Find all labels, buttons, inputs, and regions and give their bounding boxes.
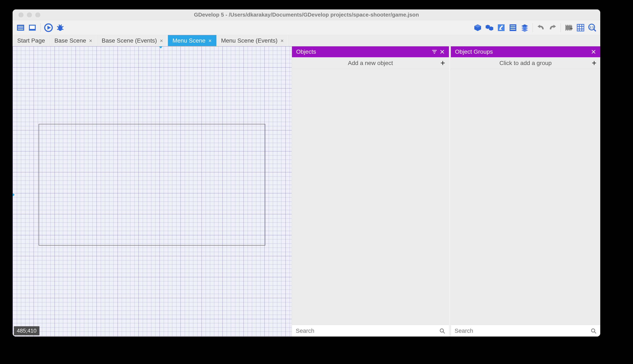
svg-rect-3 (18, 29, 23, 30)
svg-point-54 (440, 329, 444, 332)
filmstrip-icon (565, 24, 573, 32)
zoom-out-button[interactable] (564, 23, 574, 33)
cube-icon (473, 24, 482, 32)
close-icon (440, 49, 445, 54)
scene-frame (39, 124, 265, 246)
objects-search-input[interactable] (296, 328, 439, 334)
svg-rect-36 (565, 30, 566, 30)
svg-line-13 (59, 24, 60, 26)
svg-line-55 (443, 332, 445, 334)
tab-label: Start Page (17, 37, 45, 44)
undo-button[interactable] (536, 23, 546, 33)
export-button[interactable] (27, 23, 37, 33)
tab-close-button[interactable]: × (160, 38, 163, 44)
titlebar: GDevelop 5 - /Users/dkarakay/Documents/G… (13, 10, 600, 20)
objects-panel-close-button[interactable] (440, 49, 445, 54)
tab-close-button[interactable]: × (208, 38, 212, 44)
layers-button[interactable] (520, 23, 530, 33)
tab-menu-scene[interactable]: Menu Scene × (168, 35, 216, 46)
svg-marker-28 (521, 28, 528, 32)
svg-line-10 (62, 26, 63, 28)
groups-list[interactable] (451, 69, 600, 325)
svg-marker-29 (537, 25, 540, 28)
svg-line-59 (594, 332, 596, 334)
properties-button[interactable] (508, 23, 518, 33)
redo-button[interactable] (548, 23, 558, 33)
toggle-grid-button[interactable] (575, 23, 585, 33)
tab-menu-scene-events[interactable]: Menu Scene (Events) × (216, 35, 288, 46)
tab-bar: Start Page Base Scene × Base Scene (Even… (13, 35, 600, 46)
zoom-fit-button[interactable]: 1:1 (587, 23, 597, 33)
window-title: GDevelop 5 - /Users/dkarakay/Documents/G… (13, 12, 600, 18)
groups-panel-close-button[interactable] (591, 49, 596, 54)
debug-button[interactable] (55, 23, 65, 33)
toolbar-separator (40, 23, 41, 32)
svg-marker-30 (553, 25, 556, 28)
add-instance-button[interactable] (484, 23, 494, 33)
svg-line-11 (57, 29, 59, 30)
add-group-row[interactable]: Click to add a group + (451, 57, 600, 69)
groups-search-input[interactable] (455, 328, 591, 334)
svg-rect-37 (567, 30, 568, 30)
play-icon (44, 23, 53, 32)
close-icon (591, 49, 596, 54)
svg-line-47 (594, 29, 596, 31)
svg-rect-25 (510, 29, 515, 30)
redo-icon (548, 24, 557, 32)
search-icon (591, 328, 596, 334)
list-icon (509, 24, 517, 32)
tab-label: Menu Scene (173, 37, 205, 44)
svg-rect-41 (577, 24, 584, 31)
add-object-plus-button[interactable]: + (441, 58, 445, 68)
export-icon (28, 24, 37, 32)
debug-icon (56, 23, 65, 32)
objects-list[interactable] (292, 69, 449, 325)
svg-rect-2 (18, 28, 23, 28)
toolbar-separator (533, 23, 533, 32)
tab-base-scene-events[interactable]: Base Scene (Events) × (97, 35, 168, 46)
tab-label: Base Scene (54, 37, 86, 44)
add-group-plus-button[interactable]: + (592, 58, 596, 68)
minimize-window-button[interactable] (27, 12, 32, 18)
svg-rect-31 (565, 26, 572, 30)
close-window-button[interactable] (19, 12, 24, 18)
svg-point-8 (58, 25, 62, 31)
scene-canvas[interactable]: 485;410 (13, 46, 292, 336)
svg-rect-24 (510, 27, 515, 28)
tab-close-button[interactable]: × (89, 38, 92, 44)
play-button[interactable] (44, 23, 54, 33)
tab-base-scene[interactable]: Base Scene × (50, 35, 97, 46)
add-object-button[interactable] (473, 23, 483, 33)
tab-label: Menu Scene (Events) (221, 37, 277, 44)
objects-filter-button[interactable] (432, 49, 437, 54)
window-traffic-lights (13, 12, 40, 18)
svg-rect-38 (569, 30, 570, 30)
svg-line-12 (62, 29, 63, 30)
add-object-row[interactable]: Add a new object + (292, 57, 449, 69)
project-manager-button[interactable] (16, 23, 26, 33)
add-object-label: Add a new object (348, 60, 393, 66)
zoom-fit-icon: 1:1 (588, 23, 597, 32)
object-groups-panel: Object Groups Click to add a group + (451, 46, 600, 336)
add-group-label: Click to add a group (499, 60, 552, 66)
zoom-window-button[interactable] (35, 12, 40, 18)
svg-marker-18 (489, 26, 493, 30)
svg-rect-35 (570, 25, 571, 26)
edit-scene-button[interactable] (496, 23, 506, 33)
tab-start-page[interactable]: Start Page (13, 35, 50, 46)
origin-marker-top-icon (159, 46, 163, 48)
svg-rect-5 (30, 26, 35, 29)
objects-search-row (292, 325, 449, 336)
groups-panel-title: Object Groups (455, 48, 493, 55)
groups-panel-header: Object Groups (451, 46, 600, 57)
editor-content: 485;410 Objects Add a new object + (13, 46, 600, 336)
objects-panel: Objects Add a new object + (292, 46, 449, 336)
objects-panel-title: Objects (296, 48, 316, 55)
tab-close-button[interactable]: × (280, 38, 283, 44)
svg-line-9 (57, 26, 59, 28)
svg-line-14 (61, 24, 62, 26)
search-icon (439, 328, 445, 334)
svg-rect-39 (570, 30, 571, 30)
svg-rect-23 (510, 26, 515, 26)
undo-icon (537, 24, 545, 32)
